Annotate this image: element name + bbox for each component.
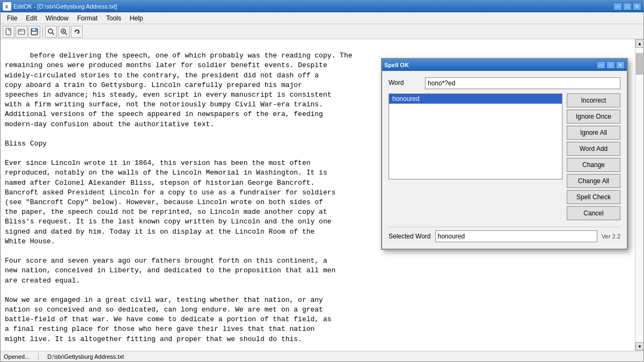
maximize-button[interactable]: □ bbox=[623, 3, 632, 10]
change-button[interactable]: Change bbox=[567, 158, 620, 172]
suggestions-listbox[interactable]: honoured bbox=[389, 93, 562, 179]
scroll-up-button[interactable]: ▲ bbox=[635, 39, 643, 48]
version-label: Ver 2.2 bbox=[602, 233, 620, 240]
word-row: Word bbox=[389, 77, 620, 89]
search-button[interactable] bbox=[45, 26, 57, 38]
scroll-down-button[interactable]: ▼ bbox=[635, 342, 643, 351]
status-bar: Opened... D:\stx\Gettysburg Address.txt bbox=[1, 351, 643, 361]
open-button[interactable] bbox=[16, 26, 27, 38]
suggestion-item-honoured[interactable]: honoured bbox=[389, 94, 562, 104]
dialog-title-buttons: ─ □ ✕ bbox=[597, 61, 625, 69]
menu-edit[interactable]: Edit bbox=[21, 13, 41, 23]
title-buttons: ─ □ ✕ bbox=[613, 3, 641, 10]
menu-format[interactable]: Format bbox=[73, 13, 102, 23]
title-bar-left: E EditOK - [D:\stx\Gettysburg Address.tx… bbox=[3, 2, 117, 11]
close-button[interactable]: ✕ bbox=[633, 3, 641, 10]
spell-dialog: Spell OK ─ □ ✕ Word honoured Incorrect I… bbox=[381, 58, 628, 250]
action-buttons: Incorrect Ignore Once Ignore All Word Ad… bbox=[567, 93, 620, 220]
scroll-thumb[interactable] bbox=[636, 53, 643, 75]
change-all-button[interactable]: Change All bbox=[567, 174, 620, 188]
ignore-all-button[interactable]: Ignore All bbox=[567, 126, 620, 140]
toolbar-separator-1 bbox=[42, 26, 43, 37]
dialog-title-bar: Spell OK ─ □ ✕ bbox=[382, 59, 627, 71]
dialog-footer: Selected Word Ver 2.2 bbox=[389, 227, 620, 242]
svg-point-6 bbox=[48, 29, 53, 33]
svg-line-7 bbox=[52, 33, 54, 35]
menu-help[interactable]: Help bbox=[126, 13, 148, 23]
dialog-maximize-button[interactable]: □ bbox=[606, 61, 615, 69]
incorrect-button[interactable]: Incorrect bbox=[567, 93, 620, 107]
app-icon: E bbox=[3, 2, 11, 11]
status-text: Opened... bbox=[4, 353, 30, 360]
zoom-button[interactable] bbox=[58, 26, 70, 38]
status-separator bbox=[38, 353, 39, 360]
selected-word-input[interactable] bbox=[435, 230, 598, 242]
minimize-button[interactable]: ─ bbox=[613, 3, 622, 10]
menu-window[interactable]: Window bbox=[41, 13, 73, 23]
word-label: Word bbox=[389, 77, 421, 86]
word-input[interactable] bbox=[425, 77, 620, 89]
svg-rect-5 bbox=[32, 32, 37, 34]
status-filepath: D:\stx\Gettysburg Address.txt bbox=[47, 353, 123, 360]
menu-bar: File Edit Window Format Tools Help bbox=[1, 12, 643, 24]
vertical-scrollbar[interactable]: ▲ ▼ bbox=[635, 39, 643, 351]
undo-button[interactable] bbox=[71, 26, 83, 38]
new-button[interactable] bbox=[3, 26, 14, 38]
dialog-title: Spell OK bbox=[384, 62, 409, 68]
svg-rect-2 bbox=[18, 30, 21, 31]
scroll-track[interactable] bbox=[635, 48, 643, 342]
menu-tools[interactable]: Tools bbox=[102, 13, 126, 23]
word-add-button[interactable]: Word Add bbox=[567, 142, 620, 156]
dialog-minimize-button[interactable]: ─ bbox=[597, 61, 605, 69]
window-title: EditOK - [D:\stx\Gettysburg Address.txt] bbox=[13, 3, 117, 10]
text-before: before delivering the speech, one of whi… bbox=[5, 52, 353, 351]
svg-rect-0 bbox=[6, 28, 11, 35]
save-button[interactable] bbox=[28, 26, 40, 38]
menu-file[interactable]: File bbox=[3, 13, 21, 23]
list-area: honoured Incorrect Ignore Once Ignore Al… bbox=[389, 93, 620, 220]
svg-line-9 bbox=[65, 33, 67, 35]
selected-word-label: Selected Word bbox=[389, 233, 431, 240]
title-bar: E EditOK - [D:\stx\Gettysburg Address.tx… bbox=[1, 1, 643, 12]
ignore-once-button[interactable]: Ignore Once bbox=[567, 110, 620, 124]
spell-check-button[interactable]: Spell Check bbox=[567, 190, 620, 204]
dialog-content: Word honoured Incorrect Ignore Once Igno… bbox=[382, 71, 627, 249]
dialog-close-button[interactable]: ✕ bbox=[616, 61, 625, 69]
toolbar bbox=[1, 24, 643, 39]
cancel-button[interactable]: Cancel bbox=[567, 206, 620, 220]
svg-rect-4 bbox=[32, 28, 35, 31]
